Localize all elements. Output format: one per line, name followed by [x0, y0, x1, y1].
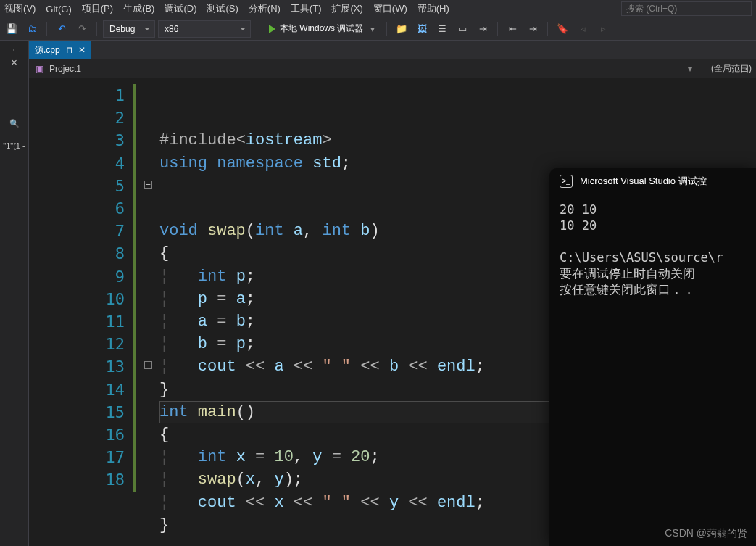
line-number: 18 — [29, 468, 125, 491]
line-number: 7 — [29, 220, 125, 242]
fold-icon[interactable]: − — [144, 361, 152, 369]
nav-project[interactable]: Project1 — [49, 64, 81, 74]
line-number: 3 — [29, 129, 125, 152]
line-number: 5 — [29, 175, 125, 197]
menu-window[interactable]: 窗口(W) — [373, 2, 407, 15]
line-number: 9 — [29, 265, 125, 288]
prev-icon[interactable]: ◃ — [574, 20, 591, 38]
line-number: 12 — [29, 333, 125, 355]
console-output: 20 10 10 20 C:\Users\ASUS\source\r 要在调试停… — [549, 194, 756, 320]
tab-label: 源.cpp — [35, 44, 60, 57]
bookmark-icon[interactable]: 🔖 — [554, 20, 571, 38]
list-icon[interactable]: ☰ — [433, 20, 451, 38]
line-number: 2 — [29, 107, 125, 129]
menu-tools[interactable]: 工具(T) — [291, 2, 322, 15]
console-title-bar[interactable]: >_ Microsoft Visual Studio 调试控 — [549, 168, 756, 194]
indent-icon[interactable]: ⇤ — [504, 20, 521, 38]
console-title: Microsoft Visual Studio 调试控 — [580, 175, 707, 188]
play-icon — [269, 25, 275, 33]
run-button[interactable]: 本地 Windows 调试器 ▾ — [263, 20, 381, 38]
dots-icon[interactable]: ⋯ — [10, 82, 18, 91]
menu-help[interactable]: 帮助(H) — [418, 2, 449, 15]
folder-icon[interactable]: 📁 — [393, 20, 410, 38]
menu-extensions[interactable]: 扩展(X) — [331, 2, 362, 15]
toolbar: 💾 🗂 ↶ ↷ Debug x86 本地 Windows 调试器 ▾ 📁 🖼 ☰… — [0, 17, 756, 41]
line-number: 11 — [29, 310, 125, 333]
terminal-icon: >_ — [560, 175, 573, 188]
tab-source-cpp[interactable]: 源.cpp ⊓ ✕ — [29, 41, 91, 59]
pin-icon[interactable]: ⫠ — [10, 45, 18, 54]
line-number: 10 — [29, 288, 125, 310]
platform-dropdown[interactable]: x86 — [158, 20, 251, 38]
line-number: 8 — [29, 242, 125, 265]
save-icon[interactable]: 💾 — [3, 20, 20, 38]
line-number: 6 — [29, 197, 125, 220]
config-dropdown[interactable]: Debug — [103, 20, 155, 38]
menu-git[interactable]: Git(G) — [46, 4, 71, 15]
menu-view[interactable]: 视图(V) — [4, 2, 36, 15]
project-icon: ▣ — [33, 63, 45, 75]
menu-project[interactable]: 项目(P) — [82, 2, 113, 15]
line-number: 14 — [29, 379, 125, 401]
step-icon[interactable]: ⇥ — [474, 20, 491, 38]
line-gutter: − − 1 2 3 4 5 6 7 8 9 10 11 12 13 14 15 … — [29, 78, 159, 546]
line-number: 4 — [29, 152, 125, 175]
menu-bar: 视图(V) Git(G) 项目(P) 生成(B) 调试(D) 测试(S) 分析(… — [0, 0, 756, 17]
menu-test[interactable]: 测试(S) — [207, 2, 238, 15]
line-number: 16 — [29, 423, 125, 446]
nav-bar: ▣ Project1 ▾ (全局范围) — [29, 59, 756, 78]
pin-icon[interactable]: ⊓ — [66, 45, 72, 55]
line-number: 13 — [29, 355, 125, 378]
menu-analyze[interactable]: 分析(N) — [249, 2, 281, 15]
close-icon[interactable]: ✕ — [78, 45, 86, 55]
fold-icon[interactable]: − — [144, 181, 152, 189]
debug-console-window[interactable]: >_ Microsoft Visual Studio 调试控 20 10 10 … — [549, 168, 756, 546]
undo-icon[interactable]: ↶ — [53, 20, 70, 38]
save-all-icon[interactable]: 🗂 — [23, 20, 41, 38]
menu-debug[interactable]: 调试(D) — [165, 2, 196, 15]
nav-scope[interactable]: (全局范围) — [711, 62, 752, 75]
open-icon[interactable]: 🖼 — [413, 20, 431, 38]
window-icon[interactable]: ▭ — [454, 20, 471, 38]
line-number: 17 — [29, 446, 125, 468]
outdent-icon[interactable]: ⇥ — [524, 20, 541, 38]
close-icon[interactable]: ✕ — [11, 58, 17, 67]
search-icon[interactable]: 🔍 — [9, 119, 20, 128]
line-number: 15 — [29, 401, 125, 423]
menu-build[interactable]: 生成(B) — [123, 2, 154, 15]
search-input[interactable]: 搜索 (Ctrl+Q) — [621, 1, 752, 16]
next-icon[interactable]: ▹ — [594, 20, 612, 38]
line-number: 1 — [29, 84, 125, 107]
left-panel: ⫠ ✕ ⋯ 🔍 "1"(1 - — [0, 41, 29, 546]
redo-icon[interactable]: ↷ — [73, 20, 91, 38]
run-label: 本地 Windows 调试器 — [280, 22, 363, 35]
tab-row: 源.cpp ⊓ ✕ — [29, 41, 756, 59]
left-truncated-label: "1"(1 - — [1, 140, 26, 152]
